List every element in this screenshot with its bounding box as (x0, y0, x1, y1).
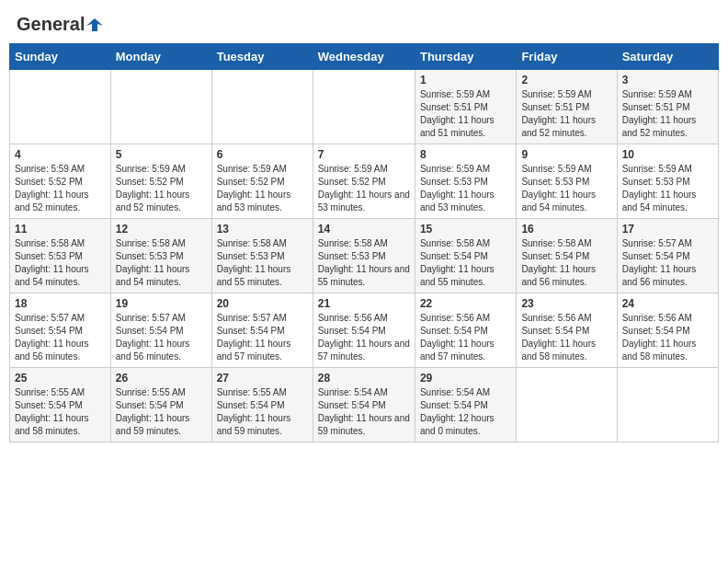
day-info: Sunrise: 5:59 AM Sunset: 5:52 PM Dayligh… (116, 163, 207, 214)
day-info: Sunrise: 5:56 AM Sunset: 5:54 PM Dayligh… (622, 312, 713, 363)
day-cell: 16Sunrise: 5:58 AM Sunset: 5:54 PM Dayli… (517, 219, 617, 293)
day-number: 16 (521, 223, 611, 236)
day-number: 25 (15, 372, 106, 385)
day-info: Sunrise: 5:56 AM Sunset: 5:54 PM Dayligh… (420, 312, 511, 363)
day-cell: 10Sunrise: 5:59 AM Sunset: 5:53 PM Dayli… (617, 144, 718, 219)
day-info: Sunrise: 5:58 AM Sunset: 5:53 PM Dayligh… (15, 237, 106, 289)
day-number: 29 (420, 372, 511, 385)
day-number: 18 (15, 297, 106, 310)
day-number: 4 (15, 148, 106, 161)
day-info: Sunrise: 5:59 AM Sunset: 5:53 PM Dayligh… (420, 163, 511, 214)
week-row-3: 11Sunrise: 5:58 AM Sunset: 5:53 PM Dayli… (10, 219, 719, 293)
day-info: Sunrise: 5:58 AM Sunset: 5:53 PM Dayligh… (116, 237, 207, 289)
day-cell (211, 70, 313, 144)
day-info: Sunrise: 5:57 AM Sunset: 5:54 PM Dayligh… (622, 237, 713, 289)
day-info: Sunrise: 5:59 AM Sunset: 5:52 PM Dayligh… (217, 163, 308, 214)
day-number: 14 (318, 223, 410, 236)
day-cell: 8Sunrise: 5:59 AM Sunset: 5:53 PM Daylig… (415, 144, 516, 219)
day-info: Sunrise: 5:59 AM Sunset: 5:52 PM Dayligh… (15, 163, 106, 214)
weekday-header-tuesday: Tuesday (211, 44, 313, 70)
day-cell: 11Sunrise: 5:58 AM Sunset: 5:53 PM Dayli… (10, 219, 111, 293)
day-cell: 3Sunrise: 5:59 AM Sunset: 5:51 PM Daylig… (617, 70, 718, 144)
day-cell: 13Sunrise: 5:58 AM Sunset: 5:53 PM Dayli… (211, 219, 313, 293)
day-cell: 4Sunrise: 5:59 AM Sunset: 5:52 PM Daylig… (10, 144, 111, 219)
day-number: 24 (622, 297, 713, 310)
calendar-body: 1Sunrise: 5:59 AM Sunset: 5:51 PM Daylig… (10, 70, 719, 442)
day-cell: 6Sunrise: 5:59 AM Sunset: 5:52 PM Daylig… (211, 144, 313, 219)
day-cell: 18Sunrise: 5:57 AM Sunset: 5:54 PM Dayli… (10, 293, 111, 368)
day-cell: 1Sunrise: 5:59 AM Sunset: 5:51 PM Daylig… (415, 70, 516, 144)
logo-general: General (17, 14, 85, 35)
svg-marker-0 (86, 18, 103, 31)
day-cell: 5Sunrise: 5:59 AM Sunset: 5:52 PM Daylig… (110, 144, 211, 219)
day-number: 15 (420, 223, 511, 236)
week-row-1: 1Sunrise: 5:59 AM Sunset: 5:51 PM Daylig… (10, 70, 719, 144)
weekday-header-wednesday: Wednesday (313, 44, 415, 70)
day-cell: 24Sunrise: 5:56 AM Sunset: 5:54 PM Dayli… (617, 293, 718, 368)
day-info: Sunrise: 5:56 AM Sunset: 5:54 PM Dayligh… (521, 312, 611, 363)
day-number: 8 (420, 148, 511, 161)
day-cell: 14Sunrise: 5:58 AM Sunset: 5:53 PM Dayli… (313, 219, 415, 293)
weekday-header-friday: Friday (517, 44, 617, 70)
weekday-header-saturday: Saturday (617, 44, 718, 70)
day-cell: 25Sunrise: 5:55 AM Sunset: 5:54 PM Dayli… (10, 368, 111, 442)
day-number: 23 (521, 297, 611, 310)
day-info: Sunrise: 5:54 AM Sunset: 5:54 PM Dayligh… (420, 386, 511, 438)
day-number: 27 (217, 372, 308, 385)
day-info: Sunrise: 5:58 AM Sunset: 5:54 PM Dayligh… (521, 237, 611, 289)
day-cell (313, 70, 415, 144)
day-cell: 15Sunrise: 5:58 AM Sunset: 5:54 PM Dayli… (415, 219, 516, 293)
day-info: Sunrise: 5:57 AM Sunset: 5:54 PM Dayligh… (15, 312, 106, 363)
day-number: 21 (318, 297, 410, 310)
day-info: Sunrise: 5:59 AM Sunset: 5:51 PM Dayligh… (521, 88, 611, 140)
day-info: Sunrise: 5:55 AM Sunset: 5:54 PM Dayligh… (217, 386, 308, 438)
weekday-header-row: SundayMondayTuesdayWednesdayThursdayFrid… (10, 44, 719, 70)
weekday-header-monday: Monday (110, 44, 211, 70)
week-row-5: 25Sunrise: 5:55 AM Sunset: 5:54 PM Dayli… (10, 368, 719, 442)
day-cell (110, 70, 211, 144)
day-cell: 22Sunrise: 5:56 AM Sunset: 5:54 PM Dayli… (415, 293, 516, 368)
calendar-table: SundayMondayTuesdayWednesdayThursdayFrid… (9, 43, 719, 442)
day-info: Sunrise: 5:59 AM Sunset: 5:53 PM Dayligh… (521, 163, 611, 214)
day-number: 13 (217, 223, 308, 236)
day-cell: 29Sunrise: 5:54 AM Sunset: 5:54 PM Dayli… (415, 368, 516, 442)
day-cell: 17Sunrise: 5:57 AM Sunset: 5:54 PM Dayli… (617, 219, 718, 293)
day-number: 7 (318, 148, 410, 161)
day-cell: 2Sunrise: 5:59 AM Sunset: 5:51 PM Daylig… (517, 70, 617, 144)
day-info: Sunrise: 5:55 AM Sunset: 5:54 PM Dayligh… (15, 386, 106, 438)
header: General (9, 9, 719, 36)
day-number: 5 (116, 148, 207, 161)
day-number: 17 (622, 223, 713, 236)
day-cell (617, 368, 718, 442)
day-cell: 27Sunrise: 5:55 AM Sunset: 5:54 PM Dayli… (211, 368, 313, 442)
day-cell: 21Sunrise: 5:56 AM Sunset: 5:54 PM Dayli… (313, 293, 415, 368)
day-cell: 7Sunrise: 5:59 AM Sunset: 5:52 PM Daylig… (313, 144, 415, 219)
week-row-2: 4Sunrise: 5:59 AM Sunset: 5:52 PM Daylig… (10, 144, 719, 219)
day-number: 22 (420, 297, 511, 310)
day-info: Sunrise: 5:57 AM Sunset: 5:54 PM Dayligh… (116, 312, 207, 363)
day-number: 20 (217, 297, 308, 310)
day-number: 28 (318, 372, 410, 385)
day-number: 1 (420, 74, 511, 86)
day-cell (517, 368, 617, 442)
day-info: Sunrise: 5:58 AM Sunset: 5:53 PM Dayligh… (318, 237, 410, 289)
day-info: Sunrise: 5:54 AM Sunset: 5:54 PM Dayligh… (318, 386, 410, 438)
day-info: Sunrise: 5:56 AM Sunset: 5:54 PM Dayligh… (318, 312, 410, 363)
day-cell: 23Sunrise: 5:56 AM Sunset: 5:54 PM Dayli… (517, 293, 617, 368)
day-cell: 26Sunrise: 5:55 AM Sunset: 5:54 PM Dayli… (110, 368, 211, 442)
day-info: Sunrise: 5:59 AM Sunset: 5:53 PM Dayligh… (622, 163, 713, 214)
logo: General (17, 14, 103, 31)
weekday-header-sunday: Sunday (10, 44, 111, 70)
day-info: Sunrise: 5:59 AM Sunset: 5:51 PM Dayligh… (622, 88, 713, 140)
day-cell (10, 70, 111, 144)
day-cell: 12Sunrise: 5:58 AM Sunset: 5:53 PM Dayli… (110, 219, 211, 293)
day-number: 12 (116, 223, 207, 236)
logo-bird-icon (86, 17, 103, 33)
day-info: Sunrise: 5:58 AM Sunset: 5:54 PM Dayligh… (420, 237, 511, 289)
day-info: Sunrise: 5:59 AM Sunset: 5:52 PM Dayligh… (318, 163, 410, 214)
day-cell: 19Sunrise: 5:57 AM Sunset: 5:54 PM Dayli… (110, 293, 211, 368)
day-info: Sunrise: 5:58 AM Sunset: 5:53 PM Dayligh… (217, 237, 308, 289)
week-row-4: 18Sunrise: 5:57 AM Sunset: 5:54 PM Dayli… (10, 293, 719, 368)
day-cell: 20Sunrise: 5:57 AM Sunset: 5:54 PM Dayli… (211, 293, 313, 368)
weekday-header-thursday: Thursday (415, 44, 516, 70)
